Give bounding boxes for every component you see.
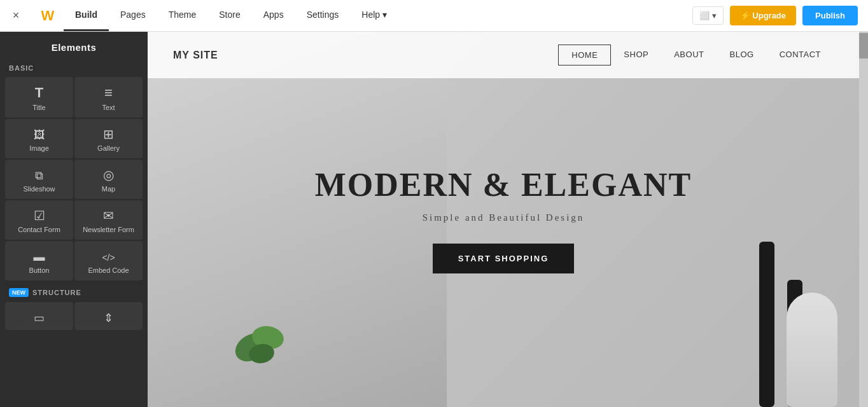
element-slideshow-label: Slideshow (23, 185, 55, 193)
structure-section-label: NEW STRUCTURE (0, 283, 148, 300)
gallery-icon (103, 128, 114, 141)
tab-theme[interactable]: Theme (157, 0, 208, 31)
element-text-label: Text (102, 104, 115, 111)
nav-link-home[interactable]: HOME (558, 45, 611, 66)
upgrade-button[interactable]: ⚡ Upgrade (730, 6, 796, 25)
tab-apps[interactable]: Apps (252, 0, 295, 31)
hero-cta-button[interactable]: START SHOPPING (433, 244, 575, 273)
hero-vase (787, 293, 837, 407)
element-button-label: Button (29, 266, 50, 274)
embed-icon (102, 250, 115, 263)
element-newsletter-label: Newsletter Form (83, 226, 134, 233)
slideshow-icon (35, 169, 43, 181)
element-newsletter[interactable]: Newsletter Form (74, 200, 143, 240)
element-embed-label: Embed Code (88, 266, 129, 274)
new-badge: NEW (9, 288, 29, 297)
structure-elements-grid (0, 300, 148, 333)
tab-help[interactable]: Help ▾ (350, 0, 398, 31)
element-box[interactable] (5, 302, 73, 330)
element-title[interactable]: Title (5, 77, 73, 118)
hero-subtitle: Simple and Beautiful Design (315, 212, 692, 223)
map-icon (103, 169, 114, 181)
contact-form-icon (34, 209, 45, 222)
top-navigation: × W Build Pages Theme Store Apps Setting… (0, 0, 868, 32)
title-icon (35, 86, 43, 100)
publish-button[interactable]: Publish (802, 6, 858, 25)
element-text[interactable]: Text (74, 77, 143, 118)
element-contact-form-label: Contact Form (18, 226, 60, 233)
hero-section: MODERN & ELEGANT Simple and Beautiful De… (148, 32, 859, 407)
vertical-scrollbar[interactable] (859, 32, 868, 407)
nav-tabs: Build Pages Theme Store Apps Settings He… (64, 0, 692, 31)
top-nav-actions: ⬜ ▾ ⚡ Upgrade Publish (692, 6, 868, 25)
nav-link-about[interactable]: ABOUT (661, 45, 717, 66)
nav-link-blog[interactable]: BLOG (717, 45, 767, 66)
nav-link-contact[interactable]: CONTACT (767, 45, 834, 66)
image-icon (34, 128, 45, 141)
tab-settings[interactable]: Settings (295, 0, 351, 31)
element-image-label: Image (29, 144, 49, 152)
site-logo: MY SITE (173, 50, 218, 61)
tab-pages[interactable]: Pages (109, 0, 157, 31)
device-selector[interactable]: ⬜ ▾ (692, 6, 724, 25)
element-map[interactable]: Map (74, 160, 143, 199)
main-area: Elements BASIC Title Text Image Gallery … (0, 32, 868, 407)
element-divider[interactable] (74, 302, 143, 330)
site-preview: MODERN & ELEGANT Simple and Beautiful De… (148, 32, 868, 407)
element-gallery[interactable]: Gallery (74, 119, 143, 158)
close-button[interactable]: × (0, 0, 32, 32)
green-plant (233, 303, 309, 369)
nav-link-shop[interactable]: SHOP (611, 45, 661, 66)
structure-label: STRUCTURE (32, 289, 81, 296)
panel-title: Elements (0, 32, 148, 59)
tab-build[interactable]: Build (64, 0, 109, 31)
basic-elements-grid: Title Text Image Gallery Slideshow Map (0, 74, 148, 283)
button-icon (34, 250, 45, 263)
basic-section-label: BASIC (0, 59, 148, 74)
candle-tall (759, 242, 774, 407)
element-map-label: Map (102, 185, 115, 193)
element-title-label: Title (32, 104, 45, 111)
text-icon (104, 86, 113, 100)
element-button[interactable]: Button (5, 241, 73, 280)
element-slideshow[interactable]: Slideshow (5, 160, 73, 199)
element-gallery-label: Gallery (97, 144, 120, 152)
newsletter-icon (103, 209, 114, 222)
canvas-area[interactable]: MODERN & ELEGANT Simple and Beautiful De… (148, 32, 868, 407)
element-contact-form[interactable]: Contact Form (5, 200, 73, 240)
site-nav-links: HOME SHOP ABOUT BLOG CONTACT (558, 45, 834, 66)
hero-title: MODERN & ELEGANT (315, 166, 692, 204)
element-embed[interactable]: Embed Code (74, 241, 143, 280)
app-logo: W (32, 0, 64, 32)
scrollbar-thumb[interactable] (859, 33, 868, 59)
element-image[interactable]: Image (5, 119, 73, 158)
hero-content: MODERN & ELEGANT Simple and Beautiful De… (315, 166, 692, 273)
box-icon (34, 311, 45, 324)
elements-panel: Elements BASIC Title Text Image Gallery … (0, 32, 148, 407)
divider-icon (104, 311, 113, 324)
site-navigation: MY SITE HOME SHOP ABOUT BLOG CONTACT (148, 32, 859, 78)
tab-store[interactable]: Store (207, 0, 251, 31)
